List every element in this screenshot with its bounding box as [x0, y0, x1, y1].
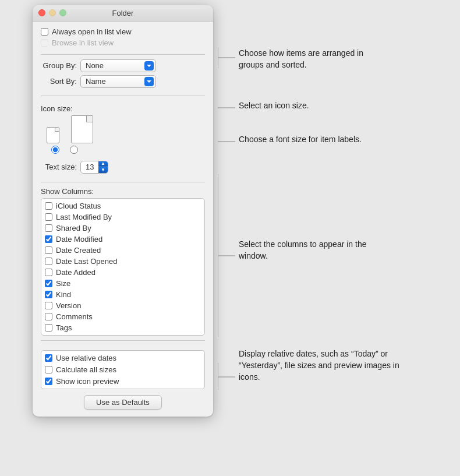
col-comments-checkbox[interactable]	[45, 313, 52, 320]
calculate-sizes-label[interactable]: Calculate all sizes	[56, 365, 116, 374]
icon-preview-label[interactable]: Show icon preview	[56, 377, 119, 386]
col-icloud-status-label[interactable]: iCloud Status	[56, 202, 101, 210]
annotations-panel: Choose how items are arranged in groups …	[218, 5, 427, 471]
col-date-created-checkbox[interactable]	[45, 246, 52, 254]
calculate-sizes-row: Calculate all sizes	[45, 365, 201, 375]
sort-by-label: Sort By:	[41, 77, 77, 86]
col-date-modified: Date Modified	[45, 234, 201, 244]
col-tags-label[interactable]: Tags	[56, 323, 72, 332]
icon-size-radio-row	[41, 146, 205, 154]
always-open-row: Always open in list view	[41, 27, 205, 36]
calculate-sizes-checkbox[interactable]	[45, 366, 52, 373]
browse-list-checkbox	[41, 39, 48, 47]
text-size-decrement[interactable]: ▼	[98, 167, 108, 173]
browse-list-label: Browse in list view	[52, 38, 114, 47]
minimize-button[interactable]	[49, 9, 56, 16]
sort-by-row: Sort By: Name Kind Date Modified Date Cr…	[41, 75, 205, 88]
col-comments-label[interactable]: Comments	[56, 312, 93, 321]
sort-by-select-wrapper: Name Kind Date Modified Date Created Siz…	[80, 75, 156, 88]
col-date-last-opened-checkbox[interactable]	[45, 258, 52, 265]
icon-size-section: Icon size:	[41, 104, 205, 154]
text-size-stepper: ▲ ▼	[98, 161, 108, 173]
icon-size-row	[41, 115, 205, 143]
icon-small-preview	[47, 127, 59, 143]
col-size-label[interactable]: Size	[56, 279, 70, 288]
columns-section: Show Columns: iCloud Status Last Modifie…	[41, 187, 205, 336]
relative-dates-label[interactable]: Use relative dates	[56, 354, 116, 362]
col-size-checkbox[interactable]	[45, 280, 52, 287]
always-open-checkbox[interactable]	[41, 28, 48, 36]
annotation-font-size: Choose a font size for item labels.	[239, 133, 362, 145]
group-by-select-wrapper: None Name Kind Date Modified Date Create…	[80, 59, 156, 72]
col-icloud-status-checkbox[interactable]	[45, 202, 52, 210]
folder-window: Folder Always open in list view Browse i…	[33, 5, 213, 417]
window-title: Folder	[112, 9, 134, 17]
col-shared-by-checkbox[interactable]	[45, 224, 52, 232]
annotation-icon-size: Select an icon size.	[239, 100, 309, 111]
close-button[interactable]	[38, 9, 45, 16]
annotation-groups-sorted: Choose how items are arranged in groups …	[239, 47, 390, 71]
icon-size-small-radio[interactable]	[51, 146, 59, 154]
col-date-added: Date Added	[45, 267, 201, 277]
browse-list-row: Browse in list view	[41, 38, 205, 47]
icon-preview-checkbox[interactable]	[45, 378, 52, 385]
col-kind: Kind	[45, 290, 201, 299]
text-size-row: Text size: ▲ ▼	[41, 161, 205, 174]
col-comments: Comments	[45, 312, 201, 322]
use-defaults-row: Use as Defaults	[41, 395, 205, 410]
show-columns-label: Show Columns:	[41, 187, 205, 196]
annotation-relative-dates: Display relative dates, such as “Today” …	[239, 348, 402, 383]
col-kind-checkbox[interactable]	[45, 291, 52, 298]
annotation-columns: Select the columns to appear in the wind…	[239, 238, 390, 262]
col-version-checkbox[interactable]	[45, 302, 52, 309]
col-shared-by: Shared By	[45, 223, 201, 233]
col-icloud-status: iCloud Status	[45, 201, 201, 211]
col-last-modified-by-label[interactable]: Last Modified By	[56, 213, 112, 221]
group-by-select[interactable]: None Name Kind Date Modified Date Create…	[80, 59, 156, 72]
col-date-created-label[interactable]: Date Created	[56, 246, 101, 255]
col-tags: Tags	[45, 323, 201, 333]
col-date-last-opened: Date Last Opened	[45, 256, 201, 266]
icon-large-preview	[71, 115, 93, 143]
relative-dates-checkbox[interactable]	[45, 354, 52, 362]
col-date-last-opened-label[interactable]: Date Last Opened	[56, 257, 118, 266]
col-version: Version	[45, 301, 201, 311]
text-size-label: Text size:	[41, 163, 77, 171]
col-shared-by-label[interactable]: Shared By	[56, 224, 91, 232]
icon-size-large-radio[interactable]	[70, 146, 78, 154]
col-date-modified-label[interactable]: Date Modified	[56, 235, 102, 244]
col-date-modified-checkbox[interactable]	[45, 235, 52, 243]
col-last-modified-by: Last Modified By	[45, 212, 201, 222]
divider-3	[41, 182, 205, 182]
relative-dates-row: Use relative dates	[45, 353, 201, 363]
col-date-added-label[interactable]: Date Added	[56, 268, 95, 277]
icon-preview-row: Show icon preview	[45, 376, 201, 386]
titlebar: Folder	[33, 5, 213, 22]
divider-1	[41, 54, 205, 55]
group-by-label: Group By:	[41, 61, 77, 70]
columns-list: iCloud Status Last Modified By Shared By	[41, 198, 205, 336]
col-date-added-checkbox[interactable]	[45, 269, 52, 276]
divider-4	[41, 340, 205, 341]
col-kind-label[interactable]: Kind	[56, 290, 71, 299]
sort-by-select[interactable]: Name Kind Date Modified Date Created Siz…	[80, 75, 156, 88]
use-defaults-button[interactable]: Use as Defaults	[84, 395, 162, 410]
maximize-button[interactable]	[59, 9, 66, 16]
bottom-options-section: Use relative dates Calculate all sizes S…	[41, 350, 205, 389]
divider-2	[41, 96, 205, 96]
col-last-modified-by-checkbox[interactable]	[45, 213, 52, 221]
icon-size-label: Icon size:	[41, 104, 205, 113]
col-date-created: Date Created	[45, 245, 201, 255]
window-wrapper: Folder Always open in list view Browse i…	[33, 5, 427, 471]
window-body: Always open in list view Browse in list …	[33, 22, 213, 417]
col-tags-checkbox[interactable]	[45, 324, 52, 332]
always-open-label[interactable]: Always open in list view	[52, 27, 132, 36]
text-size-input-wrapper: ▲ ▼	[80, 161, 108, 174]
group-by-row: Group By: None Name Kind Date Modified D…	[41, 59, 205, 72]
col-size: Size	[45, 278, 201, 288]
traffic-lights	[38, 9, 66, 16]
col-version-label[interactable]: Version	[56, 301, 81, 310]
text-size-increment[interactable]: ▲	[98, 161, 108, 168]
